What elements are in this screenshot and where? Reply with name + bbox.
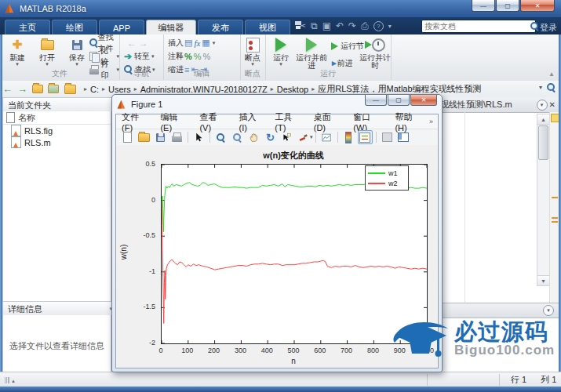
menu-edit[interactable]: 编辑(E): [155, 111, 194, 132]
qat-paste-icon[interactable]: ▣: [322, 20, 331, 31]
qat-redo-icon[interactable]: ↷: [348, 20, 356, 31]
editor-tab-title[interactable]: 现线性预测\RLS.m: [440, 99, 512, 111]
zoom-out-icon[interactable]: [230, 130, 245, 144]
editor-tab-close-icon[interactable]: ✕: [549, 100, 556, 109]
insert-colorbar-icon[interactable]: [341, 130, 356, 144]
rotate-3d-icon[interactable]: ↻: [263, 130, 278, 144]
plot-legend[interactable]: w1w2: [365, 165, 409, 191]
edit-plot-icon[interactable]: [191, 130, 206, 144]
folder-up-icon[interactable]: [32, 85, 43, 93]
plot-axes[interactable]: [161, 164, 428, 344]
doc-search-input[interactable]: [422, 22, 530, 31]
figure-restore-button[interactable]: ▢: [388, 95, 410, 106]
warning-mark[interactable]: [552, 197, 558, 198]
goto-button[interactable]: ➔转至▾: [124, 51, 155, 61]
save-figure-icon[interactable]: [153, 130, 168, 144]
x-tick-label: 200: [208, 347, 220, 354]
nav-back-icon[interactable]: ←: [2, 83, 13, 96]
status-bar: ▲ 行 1 列 1: [0, 372, 561, 387]
y-tick-label: 0.5: [145, 160, 155, 168]
details-header[interactable]: 详细信息 ▾: [2, 301, 116, 317]
scroll-down-icon[interactable]: ▼: [537, 275, 549, 285]
breadcrumb-item[interactable]: Users: [108, 85, 131, 94]
breadcrumb-item[interactable]: Desktop: [277, 85, 308, 94]
current-folder-header[interactable]: 当前文件夹: [2, 97, 116, 113]
save-button[interactable]: 保存 ▾: [63, 36, 91, 67]
y-tick-label: -1.5: [143, 303, 155, 310]
tab-home[interactable]: 主页: [5, 20, 50, 35]
collapse-ribbon-icon[interactable]: ▲: [548, 71, 555, 78]
status-busy-icon[interactable]: ▲: [5, 376, 16, 383]
zoom-in-icon[interactable]: [213, 130, 228, 144]
maximize-button[interactable]: ▢: [496, 0, 519, 12]
menu-tools[interactable]: 工具(T): [269, 111, 308, 132]
legend-line-sample: [368, 183, 385, 184]
link-plot-icon[interactable]: [319, 130, 334, 144]
warning-mark[interactable]: [552, 221, 558, 223]
open-file-icon[interactable]: [137, 130, 151, 144]
scroll-up-icon[interactable]: ▲: [537, 114, 549, 125]
figure-minimize-button[interactable]: —: [365, 95, 387, 106]
pan-icon[interactable]: [246, 130, 261, 144]
advance-button[interactable]: ▸ 前进: [331, 58, 353, 68]
qat-dropdown-icon[interactable]: ▾: [388, 23, 392, 30]
tab-view[interactable]: 视图: [245, 20, 290, 35]
menu-file[interactable]: 文件(F): [116, 111, 155, 132]
menu-overflow-icon[interactable]: »: [429, 118, 433, 125]
data-cursor-icon[interactable]: [279, 130, 294, 144]
tab-publish[interactable]: 发布: [198, 20, 243, 35]
sign-in-link[interactable]: 登录: [540, 22, 557, 34]
menu-window[interactable]: 窗口(W): [348, 111, 389, 132]
ribbon-group-breakpoints: 断点 ▾ 断点: [240, 34, 266, 80]
editor-tab-menu-icon[interactable]: ▾: [537, 100, 548, 111]
brush-icon[interactable]: [296, 130, 311, 144]
qat-copy-icon[interactable]: ⧉: [311, 20, 318, 31]
menu-insert[interactable]: 插入(I): [233, 111, 269, 132]
print-figure-icon[interactable]: [169, 130, 184, 144]
nav-back-forward[interactable]: ← →: [127, 38, 148, 48]
run-advance-button[interactable]: 运行并前进: [295, 36, 328, 70]
tab-editor[interactable]: 编辑器: [146, 20, 196, 35]
brush-dropdown-icon[interactable]: ▾: [310, 134, 313, 140]
open-button[interactable]: 打开 ▾: [33, 36, 61, 67]
browse-folder-icon[interactable]: [48, 85, 59, 93]
scrollbar-thumb[interactable]: [538, 125, 548, 160]
nav-forward-icon[interactable]: →: [17, 83, 27, 96]
breadcrumb-item[interactable]: Administrator.WIN7U-20180127Z: [140, 85, 268, 94]
matlab-logo-icon: [4, 3, 15, 14]
addr-dropdown-icon[interactable]: ▾: [539, 84, 542, 91]
insert-row[interactable]: 插入 ▤ fx ▦ ▾: [168, 38, 215, 48]
advance-icon: ▸: [332, 58, 337, 68]
close-button[interactable]: ✕: [520, 0, 555, 12]
editor-scrollbar[interactable]: ▲ ▼: [537, 114, 550, 286]
breadcrumb-item[interactable]: C:: [90, 85, 99, 94]
menu-view[interactable]: 查看(V): [194, 111, 233, 132]
figure-close-button[interactable]: ✕: [410, 95, 437, 106]
new-figure-icon[interactable]: [120, 130, 135, 144]
tab-plots[interactable]: 绘图: [52, 20, 97, 35]
matlab-main-window: MATLAB R2018a — ▢ ✕ 主页 绘图 APP 编辑器 发布 视图 …: [0, 0, 561, 392]
breadcrumb-item[interactable]: 应用RLS算法，用Matlab编程实现线性预测: [318, 83, 481, 95]
addr-search-icon[interactable]: [547, 83, 556, 92]
run-time-button[interactable]: 运行并计时: [359, 36, 391, 70]
x-tick-label: 100: [181, 347, 193, 354]
qat-print-icon[interactable]: ⎙: [361, 20, 369, 31]
file-row-rls-m[interactable]: RLS.m: [3, 136, 111, 148]
minimize-button[interactable]: —: [472, 0, 495, 12]
qat-undo-icon[interactable]: ↶: [336, 20, 344, 31]
hide-plot-tools-icon[interactable]: [380, 130, 395, 144]
insert-legend-icon[interactable]: [358, 130, 373, 144]
qat-help-icon[interactable]: ?: [373, 21, 384, 31]
menu-desktop[interactable]: 桌面(D): [308, 111, 348, 132]
new-button[interactable]: ✚ 新建 ▾: [3, 36, 31, 67]
show-plot-tools-icon[interactable]: [396, 130, 411, 144]
breakpoints-button[interactable]: 断点 ▾: [239, 36, 267, 67]
warning-mark[interactable]: [552, 217, 558, 219]
run-button[interactable]: 运行 ▾: [267, 36, 295, 67]
menu-help[interactable]: 帮助(H): [389, 111, 429, 132]
name-column-header[interactable]: 名称: [3, 111, 111, 125]
file-row-rls-fig[interactable]: RLS.fig: [3, 125, 111, 136]
chart-title: w(n)变化的曲线: [161, 150, 426, 162]
comment-row[interactable]: 注释 % % %: [168, 51, 211, 61]
search-icon[interactable]: [530, 22, 532, 31]
